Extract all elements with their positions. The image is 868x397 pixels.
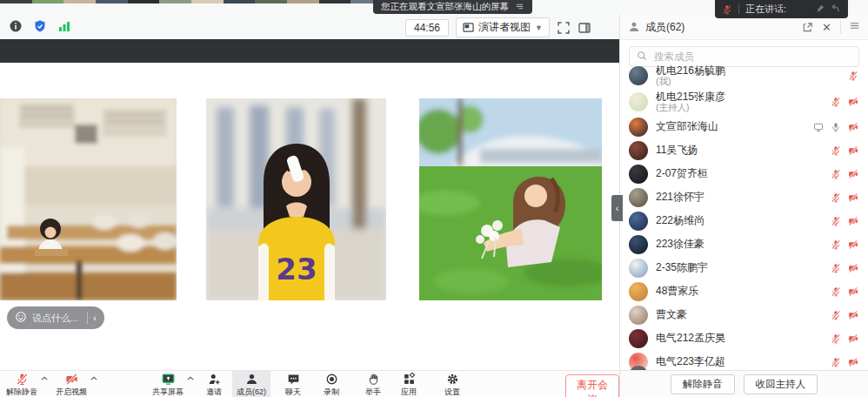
member-avatar bbox=[629, 141, 648, 160]
member-row[interactable]: 223徐佳豪 bbox=[620, 232, 868, 256]
member-row[interactable]: 2-07贺齐桓 bbox=[620, 162, 868, 185]
member-avatar bbox=[629, 306, 648, 325]
watching-banner-text: 您正在观看文宣部张海山的屏幕 bbox=[381, 1, 509, 13]
chat-quick-input[interactable]: 说点什么... ‹ bbox=[7, 306, 104, 329]
member-row[interactable]: 48曹家乐 bbox=[620, 279, 868, 303]
chat-input-placeholder[interactable]: 说点什么... bbox=[32, 312, 82, 325]
cam-off-icon bbox=[65, 373, 78, 386]
video-thumb-sliver bbox=[224, 0, 256, 3]
member-row[interactable]: 221徐怀宇 bbox=[620, 185, 868, 209]
member-status-icons bbox=[831, 357, 858, 367]
member-avatar bbox=[629, 188, 648, 207]
members-panel-title: 成员(62) bbox=[645, 20, 684, 35]
member-avatar bbox=[629, 329, 648, 348]
chevron-down-icon: ▼ bbox=[535, 24, 543, 32]
member-name: 223徐佳豪 bbox=[656, 239, 823, 250]
member-name: 机电215张康彦 bbox=[656, 91, 823, 103]
header-status-icons bbox=[9, 19, 71, 33]
member-row[interactable]: 电气212孟庆昊 bbox=[620, 326, 868, 350]
cam-off-icon bbox=[848, 145, 858, 156]
bottom-toolbar: 解除静音开启视频共享屏幕邀请成员(62)聊天录制举手应用设置 离开会议 bbox=[0, 370, 619, 397]
member-name: 2-35陈鹏宇 bbox=[656, 262, 823, 273]
member-avatar bbox=[629, 282, 648, 301]
member-name: 48曹家乐 bbox=[656, 286, 823, 297]
cam-off-icon bbox=[848, 216, 858, 226]
member-row[interactable]: 曹文豪 bbox=[620, 303, 868, 326]
fullscreen-icon[interactable] bbox=[557, 21, 571, 35]
member-row[interactable]: 机电215张康彦(主持人) bbox=[620, 89, 868, 115]
chevron-up-icon[interactable] bbox=[90, 376, 97, 380]
video-thumb-sliver bbox=[287, 0, 319, 3]
shield-icon[interactable] bbox=[33, 19, 47, 33]
member-row[interactable]: 机电216杨毓鹏(我) bbox=[620, 63, 868, 89]
toolbar-raise-hand-button[interactable]: 举手 bbox=[361, 371, 385, 397]
mic-off-icon bbox=[831, 263, 841, 273]
member-role: (主持人) bbox=[656, 103, 823, 113]
members-icon bbox=[628, 21, 640, 33]
panel-collapse-tab[interactable]: ‹ bbox=[611, 195, 623, 221]
leave-meeting-button[interactable]: 离开会议 bbox=[565, 374, 619, 397]
mic-off-icon bbox=[16, 373, 29, 386]
member-row[interactable]: 11吴飞扬 bbox=[620, 138, 868, 162]
member-row[interactable]: 文宣部张海山 bbox=[620, 115, 868, 138]
reclaim-host-button[interactable]: 收回主持人 bbox=[744, 374, 818, 394]
layout-icon[interactable] bbox=[578, 21, 591, 35]
cam-off-icon bbox=[848, 169, 858, 179]
member-status-icons bbox=[831, 169, 858, 179]
member-row[interactable]: 2-35陈鹏宇 bbox=[620, 256, 868, 279]
cam-off-icon bbox=[848, 310, 858, 320]
member-status-icons bbox=[813, 122, 858, 132]
video-thumb-sliver bbox=[191, 0, 224, 3]
mic-off-icon bbox=[831, 310, 841, 320]
restore-icon[interactable] bbox=[830, 3, 841, 16]
member-row[interactable]: 电气223李亿超 bbox=[620, 350, 868, 370]
search-input[interactable] bbox=[652, 50, 851, 63]
toolbar-invite-button[interactable]: 邀请 bbox=[202, 371, 226, 397]
menu-icon[interactable] bbox=[840, 20, 860, 34]
toolbar-start-video-button[interactable]: 开启视频 bbox=[51, 371, 91, 397]
chevron-up-icon[interactable] bbox=[41, 376, 48, 380]
toolbar-settings-button[interactable]: 设置 bbox=[440, 371, 464, 397]
mic-off-icon bbox=[831, 145, 841, 156]
member-status-icons bbox=[831, 216, 858, 226]
member-role: (我) bbox=[656, 77, 840, 87]
member-status-icons bbox=[831, 310, 858, 320]
toolbar-members-button[interactable]: 成员(62) bbox=[232, 371, 270, 397]
toolbar-chat-button[interactable]: 聊天 bbox=[281, 371, 305, 397]
collapse-chat-icon[interactable]: ‹ bbox=[93, 313, 97, 323]
toolbar-record-button[interactable]: 录制 bbox=[319, 371, 344, 397]
shared-screen-dark-bar bbox=[0, 39, 619, 63]
member-avatar bbox=[629, 212, 648, 231]
toolbar-apps-button[interactable]: 应用 bbox=[397, 371, 421, 397]
member-name: 文宣部张海山 bbox=[656, 121, 805, 132]
info-icon[interactable] bbox=[9, 19, 23, 33]
member-row[interactable]: 222杨维尚 bbox=[620, 209, 868, 232]
list-icon[interactable] bbox=[515, 2, 524, 13]
pin-icon[interactable] bbox=[815, 3, 826, 16]
toolbar-label: 解除静音 bbox=[6, 387, 37, 397]
cam-off-icon bbox=[848, 239, 858, 250]
popout-icon[interactable] bbox=[802, 22, 813, 33]
header-controls: 44:56 演讲者视图 ▼ bbox=[405, 17, 591, 37]
close-icon[interactable]: ✕ bbox=[822, 22, 831, 33]
toolbar-share-screen-button[interactable]: 共享屏幕 bbox=[148, 371, 188, 397]
cam-off-icon bbox=[848, 122, 858, 132]
view-mode-dropdown[interactable]: 演讲者视图 ▼ bbox=[456, 17, 550, 37]
signal-icon[interactable] bbox=[57, 19, 71, 33]
member-status-icons bbox=[831, 97, 858, 107]
mic-off-icon bbox=[831, 239, 841, 250]
mic-off-icon bbox=[831, 169, 841, 179]
unmute-all-button[interactable]: 解除静音 bbox=[671, 374, 735, 394]
view-mode-label: 演讲者视图 bbox=[478, 20, 531, 35]
speaking-label: 正在讲话: bbox=[745, 3, 786, 16]
meeting-timer: 44:56 bbox=[405, 19, 449, 37]
chevron-up-icon[interactable] bbox=[187, 376, 194, 380]
speaking-popup: 正在讲话: bbox=[715, 0, 848, 18]
record-icon bbox=[325, 373, 338, 386]
member-avatar bbox=[629, 118, 648, 137]
toolbar-unmute-button[interactable]: 解除静音 bbox=[2, 371, 42, 397]
video-thumbnail-strip[interactable] bbox=[0, 0, 383, 3]
emoji-icon[interactable] bbox=[15, 311, 27, 326]
mic-off-icon bbox=[831, 357, 841, 367]
photo-classroom-girl bbox=[0, 98, 177, 300]
